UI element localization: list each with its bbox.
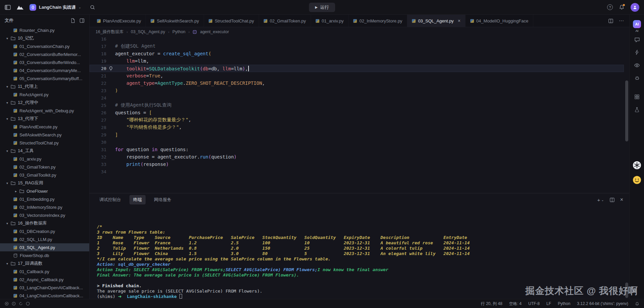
new-terminal-button[interactable]: +⌄ <box>597 197 604 203</box>
panel-tab[interactable]: 终端 <box>129 195 146 204</box>
eye-icon-button[interactable] <box>630 62 644 68</box>
tree-file-item[interactable]: 01_ConversationChain.py <box>0 42 89 50</box>
status-item[interactable]: Python <box>558 301 570 306</box>
status-indicator-icon[interactable] <box>26 302 30 306</box>
tree-file-item[interactable]: 03_LangChainOpenAICallback... <box>0 284 89 292</box>
split-editor-icon[interactable] <box>608 18 613 23</box>
tree-file-item[interactable]: 03_GmailToolkit.py <box>0 171 89 179</box>
tree-file-item[interactable]: ReActAgent_with_Debug.py <box>0 107 89 115</box>
editor-tab[interactable]: PlanAndExecute.py <box>92 15 146 27</box>
status-item[interactable]: UTF-8 <box>528 301 540 306</box>
editor-tab[interactable]: 03_SQL_Agent.py× <box>407 15 465 27</box>
breadcrumb-item[interactable]: 03_SQL_Agent.py <box>131 29 165 34</box>
app-logo-icon[interactable] <box>16 5 24 10</box>
code-editor[interactable]: 1617# 创建SQL Agent18agent_executor = crea… <box>90 37 629 193</box>
breadcrumb-item[interactable]: agent_executor <box>200 29 229 34</box>
more-actions-icon[interactable]: ⋯ <box>619 18 624 24</box>
code-line[interactable]: 33 print(response) <box>90 161 624 168</box>
tree-file-item[interactable]: 02_Async_Callback.py <box>0 275 89 284</box>
user-avatar[interactable] <box>631 3 639 12</box>
search-icon[interactable] <box>90 5 95 10</box>
open-editors-layout-icon[interactable] <box>79 18 85 23</box>
breadcrumb-item[interactable]: Python <box>172 29 185 34</box>
chat-icon-button[interactable] <box>630 37 644 43</box>
code-line[interactable]: 22 agent_type=AgentType.ZERO_SHOT_REACT_… <box>90 79 624 87</box>
code-line[interactable]: 18agent_executor = create_sql_agent( <box>90 50 624 57</box>
lightning-icon-button[interactable] <box>630 50 644 55</box>
tree-file-item[interactable]: 03_VectorstoreIndex.py <box>0 211 89 219</box>
smiley-icon-button[interactable] <box>630 176 644 184</box>
status-item[interactable]: 行 20, 列 48 <box>481 301 502 307</box>
help-icon[interactable]: ? <box>607 4 613 10</box>
statusbar-bell-icon[interactable] <box>635 302 639 306</box>
lightbulb-icon[interactable] <box>106 66 115 71</box>
notifications-bell-icon[interactable] <box>619 4 625 10</box>
tree-file-item[interactable]: 02_SQL_LLM.py <box>0 235 89 243</box>
tree-folder-item[interactable]: ▾12_代理中 <box>0 99 89 107</box>
warnings-icon[interactable] <box>12 302 16 306</box>
close-tab-icon[interactable]: × <box>458 18 461 23</box>
grid-icon-button[interactable] <box>630 94 644 100</box>
code-line[interactable]: 19 llm=llm, <box>90 57 624 65</box>
run-button[interactable]: ▶ 运行 <box>309 3 335 12</box>
tree-file-item[interactable]: 03_ConversationBufferWindo... <box>0 58 89 66</box>
terminal-scrollbar[interactable] <box>625 283 628 298</box>
tree-file-item[interactable]: 02_GmailToken.py <box>0 163 89 171</box>
editor-tab[interactable]: 02_GmailToken.py <box>259 15 311 27</box>
panel-tab[interactable]: 网络服务 <box>150 195 175 204</box>
tree-folder-item[interactable]: ▾14_工具 <box>0 147 89 155</box>
ai-assistant-button[interactable]: AIAI <box>630 20 644 33</box>
tree-folder-item[interactable]: ▾13_代理下 <box>0 115 89 123</box>
code-line[interactable]: 32 response = agent_executor.run(questio… <box>90 153 624 161</box>
editor-tab[interactable]: StructedToolChat.py <box>204 15 259 27</box>
panel-tab[interactable]: 调试控制台 <box>96 195 125 204</box>
status-item[interactable]: LF <box>546 301 551 306</box>
tree-folder-item[interactable]: ▾15_RAG应用 <box>0 179 89 187</box>
code-line[interactable]: 17# 创建SQL Agent <box>90 43 624 50</box>
code-line[interactable]: 30 <box>90 138 624 146</box>
code-line[interactable]: 21 verbose=True, <box>90 72 624 79</box>
status-item[interactable]: 空格: 4 <box>509 301 522 307</box>
status-item[interactable]: 3.12.2 64-bit ('shims': pyenv) <box>577 301 628 306</box>
tree-file-item[interactable]: 01_arxiv.py <box>0 155 89 163</box>
tree-file-item[interactable]: 01_Embedding.py <box>0 195 89 203</box>
tree-folder-item[interactable]: ▾16_操作数据库 <box>0 219 89 227</box>
errors-icon[interactable] <box>5 302 9 306</box>
tree-file-item[interactable]: 04_LangChainCustomCallback... <box>0 292 89 299</box>
tree-folder-item[interactable]: ▸OneFlower <box>0 187 89 195</box>
code-line[interactable]: 31for question in questions: <box>90 146 624 153</box>
tree-file-item[interactable]: 05_ConversationSummaryBuff... <box>0 74 89 82</box>
tree-file-item[interactable]: Rounter_Chain.py <box>0 26 89 34</box>
editor-tab[interactable]: SelfAskwithSearch.py <box>146 15 204 27</box>
breadcrumb-item[interactable]: 16_操作数据库 <box>96 29 123 35</box>
code-line[interactable]: 20 toolkit=SQLDatabaseToolkit(db=db, llm… <box>90 65 624 72</box>
tree-file-item[interactable]: 02_InMemoryStore.py <box>0 203 89 211</box>
bug-icon-button[interactable] <box>630 75 644 81</box>
tree-file-item[interactable]: 03_SQL_Agent.py <box>0 243 89 251</box>
code-line[interactable]: 26questions = [ <box>90 109 624 116</box>
code-line[interactable]: 25# 使用Agent执行SQL查询 <box>90 102 624 109</box>
tree-folder-item[interactable]: ▾17_回调函数 <box>0 259 89 267</box>
code-line[interactable]: 29] <box>90 131 624 138</box>
panel-toggle-icon[interactable] <box>5 5 11 10</box>
tree-file-item[interactable]: ReActAgent.py <box>0 90 89 99</box>
tree-file-item[interactable]: 02_ConversationBufferMemor... <box>0 50 89 58</box>
tree-file-item[interactable]: StructedToolChat.py <box>0 139 89 147</box>
code-line[interactable]: 28 "平均销售价格是多少？", <box>90 124 624 131</box>
terminal-output[interactable]: /*3 rows from Flowers table:ID Name Type… <box>90 206 629 299</box>
sync-status-icon[interactable] <box>19 302 23 306</box>
tree-folder-item[interactable]: ▾10_记忆 <box>0 34 89 42</box>
code-line[interactable]: 27 "哪种鲜花的存货数量最少？", <box>90 116 624 124</box>
editor-tab[interactable]: 01_arxiv.py <box>311 15 349 27</box>
tree-folder-item[interactable]: ▾11_代理上 <box>0 82 89 90</box>
editor-scrollbar[interactable] <box>625 80 628 141</box>
editor-tab[interactable]: 02_InMemoryStore.py <box>348 15 407 27</box>
editor-tab[interactable]: 04_ModelIO_HuggingFace <box>466 15 533 27</box>
project-switcher[interactable]: {} LangChain 实战课 ⌄ <box>30 4 81 11</box>
new-file-icon[interactable] <box>70 18 75 23</box>
tree-file-item[interactable]: PlanAndExecute.py <box>0 123 89 131</box>
code-line[interactable]: 16 <box>90 37 624 43</box>
tree-file-item[interactable]: 04_ConversationSummaryMe... <box>0 66 89 74</box>
tree-file-item[interactable]: FlowerShop.db <box>0 251 89 259</box>
code-line[interactable]: 34 <box>90 168 624 175</box>
